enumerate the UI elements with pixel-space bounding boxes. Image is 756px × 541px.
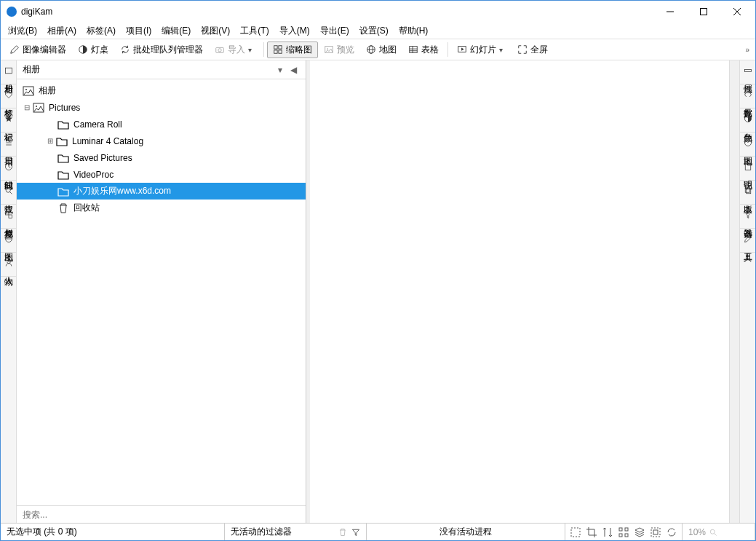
tree-xiaodao[interactable]: 小刀娱乐网www.x6d.com <box>17 183 306 200</box>
menu-import[interactable]: 导入(M) <box>275 23 314 39</box>
collapse-icon[interactable]: ⊟ <box>23 103 31 111</box>
tree-saved-pictures[interactable]: Saved Pictures <box>17 149 306 166</box>
tab-timeline[interactable]: 时间线 <box>1 157 16 181</box>
fullscreen-button[interactable]: 全屏 <box>512 42 554 58</box>
globe-icon <box>744 138 752 147</box>
overflow-icon[interactable]: » <box>745 46 749 54</box>
preview-label: 预览 <box>337 44 354 56</box>
menu-tools[interactable]: 工具(T) <box>236 23 273 39</box>
tab-colors[interactable]: 颜色 <box>740 108 755 133</box>
menu-browse[interactable]: 浏览(B) <box>4 23 41 39</box>
image-icon <box>23 86 34 96</box>
batch-queue-button[interactable]: 批处理队列管理器 <box>114 42 209 58</box>
svg-rect-29 <box>9 215 12 218</box>
tab-tools[interactable]: 工具 <box>740 229 755 253</box>
tree-trash[interactable]: 回收站 <box>17 200 306 216</box>
funnel-icon <box>744 210 752 219</box>
menu-settings[interactable]: 设置(S) <box>355 23 393 39</box>
preview-button[interactable]: 预览 <box>318 42 360 58</box>
tab-captions[interactable]: 说明 <box>740 157 755 181</box>
close-button[interactable] <box>720 1 754 23</box>
slideshow-button[interactable]: 幻灯片 ▾ <box>451 42 512 58</box>
menu-album[interactable]: 相册(A) <box>43 23 81 39</box>
clock-icon <box>4 162 13 171</box>
import-label: 导入 <box>228 44 245 56</box>
menu-export[interactable]: 导出(E) <box>316 23 354 39</box>
tab-filters[interactable]: 筛选器 <box>740 205 755 229</box>
camera-icon <box>215 44 225 55</box>
sync-icon[interactable] <box>666 526 677 538</box>
svg-rect-44 <box>619 528 622 531</box>
contrast-icon <box>744 114 752 123</box>
status-progress: 没有活动进程 <box>367 524 565 540</box>
scrollbar[interactable] <box>729 60 739 523</box>
expand-icon[interactable]: ⊞ <box>46 137 55 145</box>
tab-labels[interactable]: 标记 <box>1 108 16 133</box>
light-table-button[interactable]: 灯桌 <box>72 42 114 58</box>
panel-close-button[interactable]: ◀ <box>287 63 300 76</box>
menu-view[interactable]: 视图(V) <box>196 23 234 39</box>
import-button[interactable]: 导入 ▾ <box>209 42 260 58</box>
menu-help[interactable]: 帮助(H) <box>394 23 433 39</box>
menubar: 浏览(B) 相册(A) 标签(A) 项目(I) 编辑(E) 视图(V) 工具(T… <box>1 23 755 39</box>
map-label: 地图 <box>379 44 397 56</box>
status-zoom[interactable]: 10% <box>683 524 755 540</box>
crop-icon[interactable] <box>586 526 597 538</box>
trash-icon[interactable] <box>338 528 347 537</box>
tab-people[interactable]: 人物 <box>1 253 16 277</box>
tab-map[interactable]: 地图 <box>1 229 16 253</box>
folder-icon <box>57 170 69 180</box>
maximize-button[interactable] <box>687 1 720 23</box>
search-icon <box>4 186 13 195</box>
image-editor-button[interactable]: 图像编辑器 <box>4 42 72 58</box>
tag-icon <box>4 90 13 99</box>
tab-metadata[interactable]: 元数据 <box>740 84 755 108</box>
funnel-icon[interactable] <box>351 528 360 537</box>
sort-icon[interactable] <box>602 526 613 538</box>
svg-rect-47 <box>625 534 628 537</box>
chevron-down-icon: ▾ <box>499 46 503 54</box>
svg-rect-28 <box>5 212 9 216</box>
menu-tags[interactable]: 标签(A) <box>82 23 120 39</box>
folder-icon <box>57 153 69 163</box>
status-filter[interactable]: 无活动的过滤器 <box>225 524 367 540</box>
tab-dates[interactable]: 日期 <box>1 133 16 157</box>
select-all-icon[interactable] <box>650 526 661 538</box>
svg-rect-8 <box>279 46 282 49</box>
svg-rect-48 <box>651 528 660 537</box>
layers-icon[interactable] <box>634 526 645 538</box>
search-input[interactable] <box>17 506 306 523</box>
person-icon <box>4 258 13 267</box>
tree-videoproc[interactable]: VideoProc <box>17 166 306 183</box>
svg-point-39 <box>744 140 751 146</box>
tab-tags[interactable]: 标签 <box>1 84 16 108</box>
trash-icon <box>57 203 69 213</box>
tab-geolocation[interactable]: 地图 <box>740 133 755 157</box>
table-button[interactable]: 表格 <box>402 42 445 58</box>
map-button[interactable]: 地图 <box>360 42 402 58</box>
search-icon <box>709 528 717 537</box>
main: 相册 标签 标记 日期 时间线 查找 相似度 地图 人物 相册 ▾ ◀ 相册 ⊟… <box>1 60 755 523</box>
tab-albums[interactable]: 相册 <box>1 60 16 84</box>
tree-camera-roll[interactable]: Camera Roll <box>17 116 306 133</box>
thumbnails-button[interactable]: 缩略图 <box>267 42 318 58</box>
tree-root[interactable]: 相册 <box>17 82 306 99</box>
tree-luminar[interactable]: ⊞ Luminar 4 Catalog <box>17 133 306 149</box>
tab-versions[interactable]: 版本 <box>740 181 755 205</box>
panel-header: 相册 ▾ ◀ <box>17 60 306 79</box>
tab-similarity[interactable]: 相似度 <box>1 205 16 229</box>
menu-item[interactable]: 项目(I) <box>122 23 156 39</box>
panel-menu-button[interactable]: ▾ <box>274 63 287 76</box>
tab-search[interactable]: 查找 <box>1 181 16 205</box>
zoom-fit-icon[interactable] <box>570 526 581 538</box>
tab-properties[interactable]: 属性 <box>740 60 755 84</box>
thumbnail-view[interactable] <box>310 60 729 523</box>
right-sidebar-tabs: 属性 元数据 颜色 地图 说明 版本 筛选器 工具 <box>739 60 755 523</box>
grid-icon[interactable] <box>618 526 629 538</box>
tree-pictures[interactable]: ⊟ Pictures <box>17 99 306 116</box>
menu-edit[interactable]: 编辑(E) <box>157 23 195 39</box>
album-tree[interactable]: 相册 ⊟ Pictures Camera Roll ⊞ Luminar 4 Ca… <box>17 79 306 505</box>
svg-rect-49 <box>653 530 658 534</box>
minimize-button[interactable] <box>653 1 687 23</box>
thumbnails-label: 缩略图 <box>286 44 312 56</box>
